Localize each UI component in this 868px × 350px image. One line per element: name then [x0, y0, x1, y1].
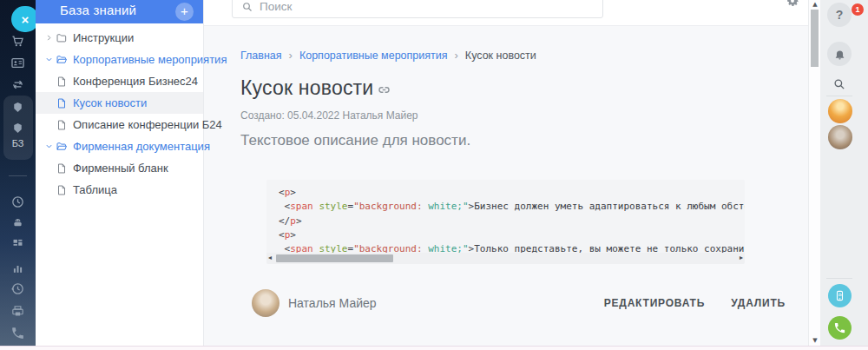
- close-panel-button[interactable]: ×: [11, 6, 36, 32]
- add-page-button[interactable]: +: [175, 3, 194, 21]
- tree-item-label: Фирменная документация: [73, 140, 210, 153]
- tree-item-folder[interactable]: Фирменная документация: [36, 135, 203, 157]
- created-line: Создано: 05.04.2022 Наталья Майер: [240, 109, 418, 122]
- kb-tree: ИнструкцииКорпоративные мероприятияКонфе…: [36, 23, 203, 201]
- user-avatar[interactable]: [828, 125, 852, 149]
- code-block: <p> <span style="background: white;">Биз…: [266, 180, 745, 264]
- apps-grid-icon[interactable]: [0, 234, 36, 252]
- chevron-down-icon[interactable]: [45, 142, 53, 150]
- doc-icon: [56, 119, 68, 131]
- tree-item-doc[interactable]: Описание конференции Б24: [36, 114, 203, 135]
- horizontal-scrollbar[interactable]: ◂ ▸: [266, 253, 745, 264]
- sidebar-search-icon[interactable]: [832, 77, 846, 91]
- cart-icon[interactable]: [0, 32, 36, 50]
- sync-icon[interactable]: [0, 76, 36, 93]
- id-card-icon[interactable]: [0, 54, 36, 71]
- phone-icon[interactable]: [0, 324, 36, 341]
- breadcrumb: Главная›Корпоративные мероприятия›Кусок …: [240, 49, 536, 62]
- doc-icon: [56, 76, 68, 88]
- app-window: × БЗ База знаний + ИнструкцииКорпоративн…: [0, 0, 868, 350]
- tree-item-folder[interactable]: Корпоративные мероприятия: [36, 49, 203, 70]
- sidebar-divider: [826, 278, 852, 279]
- delete-button[interactable]: УДАЛИТЬ: [731, 297, 786, 309]
- doc-icon: [56, 162, 68, 175]
- gear-icon[interactable]: [785, 0, 800, 9]
- question-icon: ?: [836, 8, 844, 22]
- title-row: Кусок новости: [240, 76, 391, 100]
- main-content: Поиск Главная›Корпоративные мероприятия›…: [204, 0, 808, 346]
- breadcrumb-item[interactable]: Корпоративные мероприятия: [299, 50, 448, 62]
- left-rail: × БЗ: [0, 0, 36, 346]
- knowledge-base-panel: База знаний + ИнструкцииКорпоративные ме…: [36, 0, 204, 346]
- tree-item-doc[interactable]: Конференция Бизнес24: [36, 70, 203, 92]
- kb-header: База знаний +: [36, 0, 203, 23]
- author-name: Наталья Майер: [288, 296, 377, 310]
- close-icon: ×: [22, 12, 30, 27]
- tree-item-folder[interactable]: Инструкции: [36, 27, 203, 49]
- v-scroll-thumb[interactable]: [811, 10, 819, 67]
- fax-icon[interactable]: [0, 302, 36, 320]
- tree-item-label: Конференция Бизнес24: [73, 75, 198, 88]
- android-icon[interactable]: [0, 214, 36, 231]
- breadcrumb-item: Кусок новости: [465, 50, 536, 62]
- breadcrumb-separator: ›: [289, 49, 293, 62]
- help-button[interactable]: ? 1: [827, 3, 852, 27]
- code-line: </p>: [279, 215, 745, 228]
- search-icon: [241, 1, 253, 13]
- time-history-icon[interactable]: [0, 280, 36, 297]
- breadcrumb-item[interactable]: Главная: [240, 50, 282, 62]
- tree-item-doc[interactable]: Таблица: [36, 179, 203, 201]
- code-lines: <p> <span style="background: white;">Биз…: [266, 180, 745, 256]
- notification-badge: 1: [852, 3, 864, 16]
- tree-item-label: Таблица: [73, 183, 117, 196]
- tree-item-label: Инструкции: [73, 31, 134, 44]
- tree-item-doc[interactable]: Кусок новости: [36, 92, 203, 114]
- chevron-right-icon[interactable]: [45, 34, 53, 42]
- kb-title: База знаний: [60, 3, 136, 17]
- article-description: Текстовое описание для новости.: [240, 132, 470, 149]
- article-actions: РЕДАКТИРОВАТЬ УДАЛИТЬ: [604, 297, 786, 309]
- tree-item-doc[interactable]: Фирменный бланк: [36, 157, 203, 179]
- edit-button[interactable]: РЕДАКТИРОВАТЬ: [604, 297, 705, 309]
- scroll-left-icon[interactable]: ◂: [268, 254, 272, 261]
- clock-icon[interactable]: [0, 193, 36, 210]
- link-icon[interactable]: [377, 83, 391, 97]
- notifications-button[interactable]: [827, 42, 852, 66]
- article-footer: Наталья Майер РЕДАКТИРОВАТЬ УДАЛИТЬ: [204, 289, 808, 317]
- sidebar-divider: [826, 96, 852, 96]
- scroll-up-icon[interactable]: ▲: [809, 1, 821, 8]
- author-avatar[interactable]: [252, 289, 279, 317]
- top-bar: Поиск: [204, 0, 808, 26]
- page-title: Кусок новости: [240, 76, 373, 100]
- tree-item-label: Кусок новости: [73, 96, 147, 109]
- call-button[interactable]: [828, 316, 852, 340]
- bar-chart-icon[interactable]: [0, 259, 36, 276]
- right-sidebar: ? 1: [820, 0, 868, 346]
- kb-rail-label[interactable]: БЗ: [0, 138, 36, 149]
- scroll-down-icon[interactable]: ▼: [809, 337, 821, 344]
- search-placeholder: Поиск: [260, 0, 292, 13]
- folder-open-icon: [56, 141, 68, 153]
- scroll-right-icon[interactable]: ▸: [740, 254, 743, 261]
- user-avatar[interactable]: [828, 99, 852, 123]
- doc-icon: [56, 97, 68, 109]
- vertical-scrollbar[interactable]: ▲ ▼: [808, 0, 820, 346]
- bottom-strip: [0, 346, 868, 350]
- mobile-icon: [833, 289, 846, 302]
- rail-divider: [9, 175, 27, 176]
- chevron-down-icon[interactable]: [45, 56, 53, 63]
- code-line: <span style="background: white;">Бизнес …: [279, 200, 745, 214]
- phone-icon: [833, 321, 846, 334]
- breadcrumb-separator: ›: [455, 49, 458, 62]
- folder-icon: [56, 32, 68, 44]
- doc-icon: [56, 184, 68, 196]
- tree-item-label: Корпоративные мероприятия: [73, 53, 227, 66]
- tree-item-label: Фирменный бланк: [73, 162, 168, 175]
- search-input[interactable]: Поиск: [232, 0, 603, 18]
- code-line: <p>: [279, 228, 745, 242]
- mobile-app-button[interactable]: [828, 284, 852, 307]
- bell-icon: [833, 48, 846, 61]
- database-icon[interactable]: [0, 119, 36, 136]
- h-scroll-thumb[interactable]: [276, 254, 393, 262]
- database-icon[interactable]: [0, 98, 36, 116]
